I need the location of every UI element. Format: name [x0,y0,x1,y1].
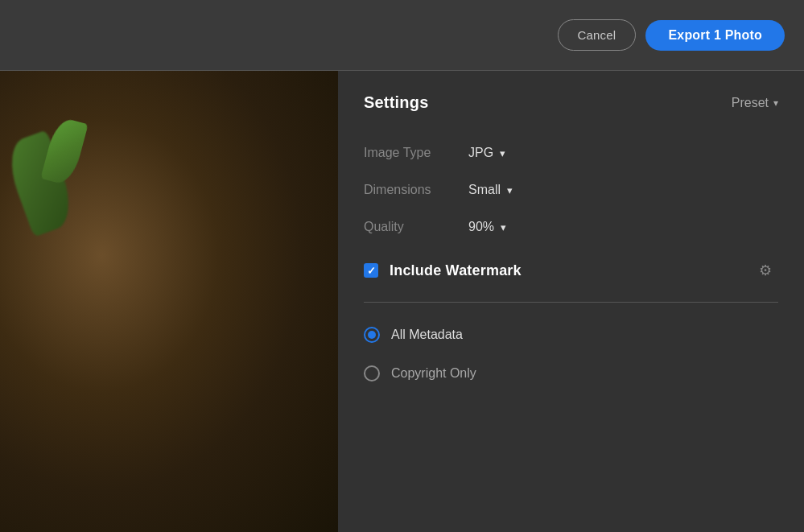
main-area: Settings Preset ▾ Image Type JPG ▾ Dimen… [0,71,804,532]
image-type-chevron-icon: ▾ [500,147,505,159]
quality-row: Quality 90% ▾ [364,208,778,245]
photo-image [0,71,338,532]
all-metadata-radio-row[interactable]: All Metadata [364,315,778,354]
image-type-value: JPG [468,146,493,160]
gear-icon: ⚙ [759,262,772,278]
top-bar: Cancel Export 1 Photo [0,0,804,71]
dimensions-value: Small [468,183,501,197]
watermark-checkbox-wrapper[interactable]: ✓ Include Watermark [364,262,752,279]
preset-label: Preset [732,96,769,110]
dimensions-label: Dimensions [364,183,468,197]
quality-value: 90% [468,220,494,234]
image-type-label: Image Type [364,146,468,160]
check-icon: ✓ [367,266,376,276]
settings-panel: Settings Preset ▾ Image Type JPG ▾ Dimen… [338,71,804,532]
copyright-only-label: Copyright Only [391,366,476,381]
watermark-checkbox[interactable]: ✓ [364,263,378,278]
preset-button[interactable]: Preset ▾ [732,96,778,110]
quality-dropdown[interactable]: 90% ▾ [468,220,506,234]
copyright-only-radio-row[interactable]: Copyright Only [364,354,778,393]
preset-chevron-icon: ▾ [773,97,778,109]
dimensions-row: Dimensions Small ▾ [364,171,778,208]
watermark-row: ✓ Include Watermark ⚙ [364,245,778,295]
quality-label: Quality [364,220,468,234]
image-type-row: Image Type JPG ▾ [364,134,778,171]
watermark-label: Include Watermark [390,262,522,279]
watermark-settings-button[interactable]: ⚙ [752,258,778,282]
quality-chevron-icon: ▾ [501,221,506,233]
dimensions-dropdown[interactable]: Small ▾ [468,183,513,197]
export-button[interactable]: Export 1 Photo [645,20,785,51]
all-metadata-radio[interactable] [364,327,380,343]
settings-title: Settings [364,93,429,112]
image-type-dropdown[interactable]: JPG ▾ [468,146,505,160]
metadata-radio-group: All Metadata Copyright Only [364,309,778,393]
copyright-only-radio[interactable] [364,365,380,381]
photo-preview [0,71,338,532]
divider [364,302,778,303]
settings-header: Settings Preset ▾ [364,93,778,112]
cancel-button[interactable]: Cancel [558,19,637,51]
dimensions-chevron-icon: ▾ [507,184,513,196]
all-metadata-label: All Metadata [391,328,463,342]
